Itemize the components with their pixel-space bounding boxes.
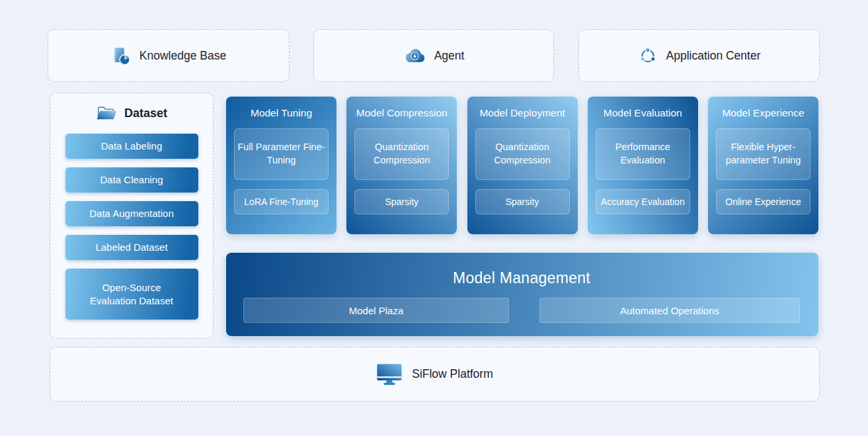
column-item-flexible-hyper-parameter-tuning[interactable]: Flexible Hyper-parameter Tuning <box>716 128 810 180</box>
model-management-banner: Model Management Model Plaza Automated O… <box>226 253 818 336</box>
column-item-label: Sparsity <box>385 196 418 208</box>
dataset-item-label: Data Labeling <box>101 140 163 153</box>
column-item-full-parameter-fine-tuning[interactable]: Full Parameter Fine-Tuning <box>234 128 329 180</box>
column-title: Model Tuning <box>234 103 329 123</box>
column-title: Model Experience <box>716 103 810 123</box>
dataset-item-label: Data Augmentation <box>89 207 174 220</box>
siflow-platform-bar: SiFlow Platform <box>50 347 820 402</box>
knowledge-base-label: Knowledge Base <box>139 49 226 63</box>
column-model-experience: Model Experience Flexible Hyper-paramete… <box>708 97 818 234</box>
column-title: Model Compression <box>354 103 449 123</box>
column-item-lora-fine-tuning[interactable]: LoRA Fine-Tuning <box>234 189 329 214</box>
agent-cloud-download-icon <box>403 47 426 65</box>
application-center-icon <box>638 46 658 65</box>
column-item-label: Full Parameter Fine-Tuning <box>237 141 325 167</box>
column-item-sparsity[interactable]: Sparsity <box>354 189 449 214</box>
dataset-item-label: Open-Source Evaluation Dataset <box>79 281 184 307</box>
column-item-label: Quantization Compression <box>479 141 567 167</box>
agent-card[interactable]: Agent <box>313 29 554 82</box>
column-item-label: Online Experience <box>725 196 801 208</box>
application-center-label: Application Center <box>666 49 761 63</box>
dataset-title: Dataset <box>124 107 167 120</box>
dataset-item-open-source-evaluation-dataset[interactable]: Open-Source Evaluation Dataset <box>65 269 198 320</box>
application-center-card[interactable]: Application Center <box>578 29 820 82</box>
knowledge-base-card[interactable]: Knowledge Base <box>48 29 290 82</box>
knowledge-base-icon <box>111 46 131 65</box>
column-item-accuracy-evaluation[interactable]: Accuracy Evaluation <box>596 189 690 214</box>
column-model-evaluation: Model Evaluation Performance Evaluation … <box>588 97 698 234</box>
model-plaza-label: Model Plaza <box>349 305 404 316</box>
column-item-quantization-compression[interactable]: Quantization Compression <box>475 128 570 180</box>
monitor-icon <box>376 363 403 386</box>
model-management-items: Model Plaza Automated Operations <box>243 298 800 323</box>
dataset-item-labeled-dataset[interactable]: Labeled Dataset <box>65 235 198 260</box>
dataset-item-label: Labeled Dataset <box>95 241 167 254</box>
dataset-item-data-cleaning[interactable]: Data Cleaning <box>65 167 198 193</box>
column-title: Model Evaluation <box>596 103 690 123</box>
column-item-online-experience[interactable]: Online Experience <box>716 189 810 214</box>
dataset-item-data-labeling[interactable]: Data Labeling <box>65 134 198 159</box>
column-item-label: Quantization Compression <box>358 141 446 167</box>
siflow-platform-label: SiFlow Platform <box>412 367 493 381</box>
model-management-title: Model Management <box>243 267 800 288</box>
column-item-sparsity[interactable]: Sparsity <box>475 189 570 214</box>
column-item-label: Flexible Hyper-parameter Tuning <box>719 141 807 167</box>
dataset-item-data-augmentation[interactable]: Data Augmentation <box>65 201 198 226</box>
column-item-quantization-compression[interactable]: Quantization Compression <box>354 128 449 180</box>
column-item-label: LoRA Fine-Tuning <box>244 196 318 208</box>
column-title: Model Deployment <box>475 103 570 123</box>
column-item-label: Accuracy Evaluation <box>601 196 685 208</box>
column-item-label: Performance Evaluation <box>599 141 687 167</box>
column-model-deployment: Model Deployment Quantization Compressio… <box>467 97 578 234</box>
column-item-label: Sparsity <box>506 196 539 208</box>
column-item-performance-evaluation[interactable]: Performance Evaluation <box>596 128 690 180</box>
column-model-tuning: Model Tuning Full Parameter Fine-Tuning … <box>226 97 336 234</box>
dataset-item-label: Data Cleaning <box>100 173 163 187</box>
open-folder-icon <box>96 104 118 122</box>
pipeline-columns: Model Tuning Full Parameter Fine-Tuning … <box>226 97 818 234</box>
agent-label: Agent <box>434 49 465 63</box>
automated-operations-button[interactable]: Automated Operations <box>539 298 800 323</box>
dataset-header: Dataset <box>50 101 213 125</box>
dataset-panel: Dataset Data Labeling Data Cleaning Data… <box>50 93 214 339</box>
column-model-compression: Model Compression Quantization Compressi… <box>346 97 457 234</box>
model-plaza-button[interactable]: Model Plaza <box>243 298 509 323</box>
automated-operations-label: Automated Operations <box>620 305 719 316</box>
siflow-architecture-diagram: Knowledge Base Agent <box>0 0 868 436</box>
